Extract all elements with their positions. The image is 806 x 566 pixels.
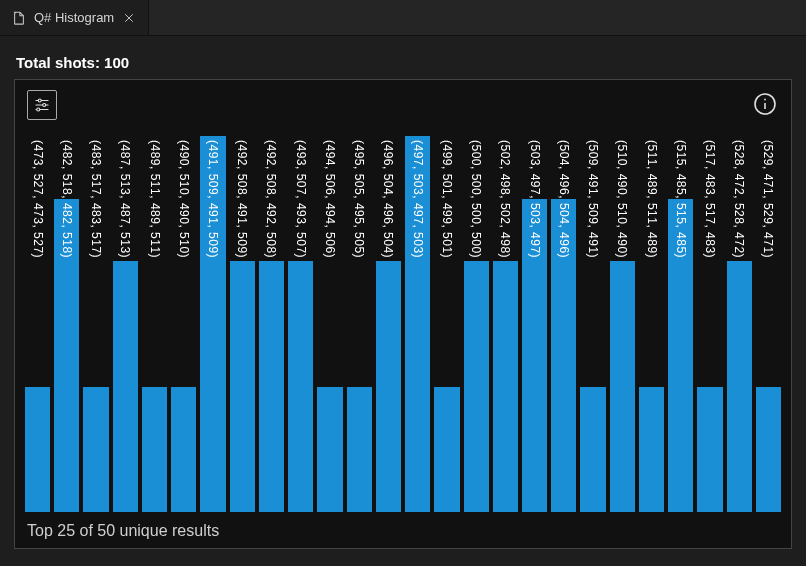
bar-label: (528, 472, 528, 472): [732, 140, 746, 258]
bar-label: (503, 497, 503, 497): [528, 140, 542, 258]
tab-bar: Q# Histogram: [0, 0, 806, 36]
bar[interactable]: (511, 489, 511, 489): [639, 136, 664, 512]
bar-label: (473, 527, 473, 527): [31, 140, 45, 258]
svg-point-3: [38, 99, 41, 102]
bar-label: (496, 504, 496, 504): [381, 140, 395, 258]
bar-label: (487, 513, 487, 513): [118, 140, 132, 258]
bar[interactable]: (473, 527, 473, 527): [25, 136, 50, 512]
bar[interactable]: (500, 500, 500, 500): [464, 136, 489, 512]
bar[interactable]: (490, 510, 490, 510): [171, 136, 196, 512]
bar[interactable]: (493, 507, 493, 507): [288, 136, 313, 512]
bar-label: (482, 518, 482, 518): [60, 140, 74, 258]
svg-point-5: [43, 104, 46, 107]
bar-label: (502, 498, 502, 498): [498, 140, 512, 258]
bar-label: (492, 508, 491, 509): [235, 140, 249, 258]
histogram-chart: (473, 527, 473, 527)(482, 518, 482, 518)…: [25, 136, 781, 512]
bar[interactable]: (492, 508, 492, 508): [259, 136, 284, 512]
bar[interactable]: (483, 517, 483, 517): [83, 136, 108, 512]
info-button[interactable]: [751, 90, 779, 118]
bar-label: (497, 503, 497, 503): [411, 140, 425, 258]
bar[interactable]: (492, 508, 491, 509): [230, 136, 255, 512]
bar-label: (504, 496, 504, 496): [557, 140, 571, 258]
bar-label: (499, 501, 499, 501): [440, 140, 454, 258]
close-icon[interactable]: [122, 11, 136, 25]
bar[interactable]: (528, 472, 528, 472): [727, 136, 752, 512]
settings-button[interactable]: [27, 90, 57, 120]
bar-label: (500, 500, 500, 500): [469, 140, 483, 258]
bar-label: (509, 491, 509, 491): [586, 140, 600, 258]
bar[interactable]: (482, 518, 482, 518): [54, 136, 79, 512]
tab-qsharp-histogram[interactable]: Q# Histogram: [0, 0, 149, 35]
histogram-panel: (473, 527, 473, 527)(482, 518, 482, 518)…: [14, 79, 792, 549]
bar-label: (493, 507, 493, 507): [294, 140, 308, 258]
bar[interactable]: (503, 497, 503, 497): [522, 136, 547, 512]
bar[interactable]: (517, 483, 517, 483): [697, 136, 722, 512]
bar-label: (490, 510, 490, 510): [177, 140, 191, 258]
footer-label: Top 25 of 50 unique results: [27, 522, 219, 540]
bar[interactable]: (504, 496, 504, 496): [551, 136, 576, 512]
bar[interactable]: (499, 501, 499, 501): [434, 136, 459, 512]
svg-point-10: [764, 99, 766, 101]
total-shots-label: Total shots: 100: [16, 54, 792, 71]
bar-label: (483, 517, 483, 517): [89, 140, 103, 258]
bar-label: (511, 489, 511, 489): [645, 140, 659, 258]
bar[interactable]: (502, 498, 502, 498): [493, 136, 518, 512]
bar-label: (492, 508, 492, 508): [264, 140, 278, 258]
bar-label: (495, 505, 495, 505): [352, 140, 366, 258]
bar[interactable]: (509, 491, 509, 491): [580, 136, 605, 512]
bar-label: (494, 506, 494, 506): [323, 140, 337, 258]
bar[interactable]: (510, 490, 510, 490): [610, 136, 635, 512]
bar[interactable]: (496, 504, 496, 504): [376, 136, 401, 512]
bar-label: (517, 483, 517, 483): [703, 140, 717, 258]
bar[interactable]: (529, 471, 529, 471): [756, 136, 781, 512]
tab-title: Q# Histogram: [34, 10, 114, 25]
bar-label: (489, 511, 489, 511): [148, 140, 162, 258]
svg-point-7: [37, 108, 40, 111]
bar[interactable]: (495, 505, 495, 505): [347, 136, 372, 512]
bar-label: (491, 509, 491, 509): [206, 140, 220, 258]
bar[interactable]: (487, 513, 487, 513): [113, 136, 138, 512]
bar[interactable]: (497, 503, 497, 503): [405, 136, 430, 512]
bar-label: (529, 471, 529, 471): [761, 140, 775, 258]
file-icon: [12, 11, 26, 25]
bar-label: (510, 490, 510, 490): [615, 140, 629, 258]
bar-label: (515, 485, 515, 485): [674, 140, 688, 258]
content-area: Total shots: 100 (473, 527, 473, 527)(48…: [0, 36, 806, 563]
bar[interactable]: (515, 485, 515, 485): [668, 136, 693, 512]
bar[interactable]: (489, 511, 489, 511): [142, 136, 167, 512]
bar[interactable]: (491, 509, 491, 509): [200, 136, 225, 512]
bar[interactable]: (494, 506, 494, 506): [317, 136, 342, 512]
